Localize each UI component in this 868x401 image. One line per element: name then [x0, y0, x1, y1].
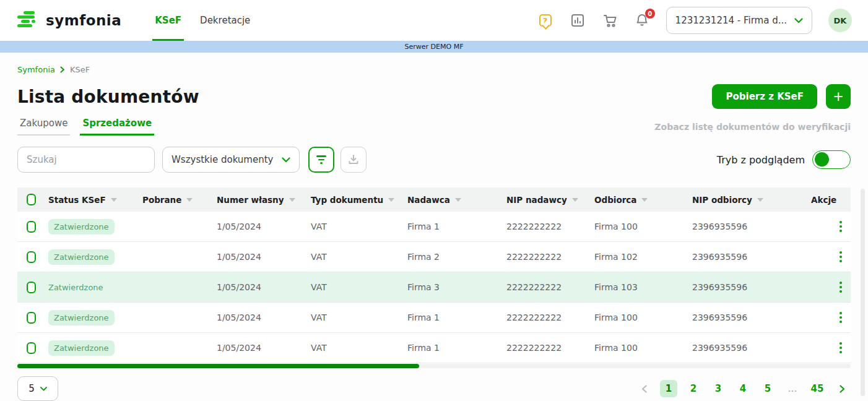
kebab-menu-button[interactable] — [837, 340, 845, 356]
sort-arrow-icon[interactable] — [455, 198, 461, 202]
cell-typ_dokumentu: VAT — [311, 313, 407, 322]
row-checkbox[interactable] — [27, 282, 36, 293]
column-header-label: Numer własny — [217, 195, 284, 205]
symfonia-logo-icon — [16, 11, 38, 30]
download-icon — [348, 154, 359, 165]
company-selector[interactable]: 1231231214 - Firma d... — [666, 7, 812, 34]
nav-item-ksef[interactable]: KSeF — [155, 0, 181, 41]
chevron-left-icon — [641, 385, 647, 393]
sort-arrow-icon[interactable] — [111, 198, 117, 202]
horizontal-scrollbar-thumb[interactable] — [17, 364, 419, 368]
help-button[interactable]: ? — [537, 12, 553, 28]
status-badge: Zatwierdzone — [48, 310, 115, 326]
sort-arrow-icon[interactable] — [186, 198, 193, 202]
chevron-down-icon — [40, 387, 47, 391]
notifications-button[interactable]: 0 — [634, 12, 650, 28]
column-header-label: Typ dokumentu — [311, 195, 383, 205]
topbar-right: ? 0 1231231214 - Firma d... DK — [537, 7, 852, 34]
demo-server-banner: Serwer DEMO MF — [0, 41, 868, 53]
avatar[interactable]: DK — [828, 9, 852, 32]
select-all-checkbox[interactable] — [27, 194, 36, 205]
download-from-ksef-button[interactable]: Pobierz z KSeF — [712, 84, 817, 109]
advanced-filter-button[interactable] — [308, 147, 334, 173]
sort-arrow-icon[interactable] — [388, 198, 394, 202]
cell-status: Zatwierdzone — [48, 280, 142, 295]
cell-odbiorca: Firma 102 — [594, 252, 692, 262]
row-checkbox-cell — [17, 342, 48, 354]
documents-table: Status KSeFPobraneNumer własnyTyp dokume… — [17, 188, 851, 368]
vertical-scrollbar[interactable] — [861, 189, 865, 396]
kebab-menu-button[interactable] — [837, 309, 845, 326]
page-number-2[interactable]: 2 — [685, 380, 702, 397]
symfonia-logo[interactable]: symfonia — [16, 11, 121, 30]
tab-zakupowe[interactable]: Zakupowe — [17, 118, 70, 136]
cell-numer_wlasny: 1/05/2024 — [217, 282, 311, 292]
status-badge: Zatwierdzone — [48, 249, 115, 265]
sort-arrow-icon[interactable] — [289, 198, 295, 202]
table-row[interactable]: Zatwierdzone1/05/2024VATFirma 1222222222… — [17, 333, 851, 363]
row-checkbox[interactable] — [27, 342, 36, 354]
cell-nadawca: Firma 1 — [407, 313, 506, 322]
column-header: Typ dokumentu — [311, 195, 407, 205]
breadcrumb-root[interactable]: Symfonia — [17, 65, 55, 74]
page-number-5[interactable]: 5 — [759, 380, 776, 397]
column-header-label: Pobrane — [142, 195, 181, 205]
column-header: Nadawca — [407, 195, 506, 205]
column-header: Status KSeF — [48, 195, 142, 205]
row-checkbox[interactable] — [27, 312, 36, 324]
add-document-button[interactable]: + — [826, 84, 851, 109]
chevron-right-icon — [840, 385, 845, 393]
cell-nip_odbiorcy: 2396935596 — [692, 313, 811, 322]
cell-nadawca: Firma 2 — [407, 252, 506, 262]
document-type-filter[interactable]: Wszystkie dokumenty — [162, 147, 300, 173]
page-number-1[interactable]: 1 — [660, 380, 677, 397]
previous-page-button[interactable] — [635, 380, 653, 397]
stats-button[interactable] — [570, 12, 586, 28]
cell-nip_odbiorcy: 2396935596 — [692, 222, 811, 231]
sort-arrow-icon[interactable] — [757, 198, 763, 202]
document-type-filter-value: Wszystkie dokumenty — [171, 154, 273, 165]
column-header-label: Akcje — [811, 195, 836, 205]
preview-toggle-label: Tryb z podglądem — [717, 154, 805, 166]
page-number-4[interactable]: 4 — [734, 380, 752, 397]
table-row[interactable]: Zatwierdzone1/05/2024VATFirma 2222222222… — [17, 242, 851, 272]
nav-item-dekretacje[interactable]: Dekretacje — [200, 0, 250, 41]
status-badge: Zatwierdzone — [48, 340, 115, 356]
table-row[interactable]: Zatwierdzone1/05/2024VATFirma 1222222222… — [17, 303, 851, 333]
cell-status: Zatwierdzone — [48, 219, 142, 235]
page-title: Lista dokumentów — [17, 87, 199, 107]
preview-mode-toggle[interactable] — [812, 150, 851, 169]
page-numbers: 12345...45 — [660, 380, 826, 397]
column-header-label: Nadawca — [407, 195, 450, 205]
help-icon: ? — [539, 14, 552, 27]
page-size-select[interactable]: 5 — [17, 376, 58, 401]
pagination: 12345...45 — [635, 380, 851, 397]
cart-button[interactable] — [602, 12, 618, 28]
row-checkbox[interactable] — [27, 251, 36, 263]
kebab-menu-button[interactable] — [837, 249, 845, 265]
kebab-menu-button[interactable] — [837, 218, 845, 235]
notification-badge: 0 — [645, 9, 655, 19]
table-row[interactable]: Zatwierdzone1/05/2024VATFirma 1222222222… — [17, 212, 851, 242]
page-number-3[interactable]: 3 — [710, 380, 727, 397]
cell-nip_nadawcy: 2222222222 — [506, 313, 594, 322]
cell-status: Zatwierdzone — [48, 310, 142, 326]
search-box — [17, 147, 155, 173]
row-checkbox-cell — [17, 282, 48, 293]
row-checkbox[interactable] — [27, 221, 36, 233]
footer-row: 5 12345...45 — [17, 376, 851, 401]
tab-sprzedażowe[interactable]: Sprzedażowe — [80, 118, 154, 136]
search-input[interactable] — [27, 154, 147, 165]
cell-status: Zatwierdzone — [48, 340, 142, 356]
export-button[interactable] — [341, 147, 367, 173]
next-page-button[interactable] — [833, 380, 851, 397]
sort-arrow-icon[interactable] — [641, 198, 648, 202]
page-number-45[interactable]: 45 — [809, 380, 826, 397]
sort-arrow-icon[interactable] — [572, 198, 578, 202]
cell-nadawca: Firma 3 — [407, 282, 506, 292]
kebab-menu-button[interactable] — [837, 279, 845, 296]
row-actions-cell — [811, 249, 851, 265]
verify-documents-link[interactable]: Zobacz listę dokumentów do weryfikacji — [654, 122, 851, 136]
table-row[interactable]: Zatwierdzone1/05/2024VATFirma 3222222222… — [17, 272, 851, 303]
horizontal-scrollbar — [17, 364, 851, 368]
